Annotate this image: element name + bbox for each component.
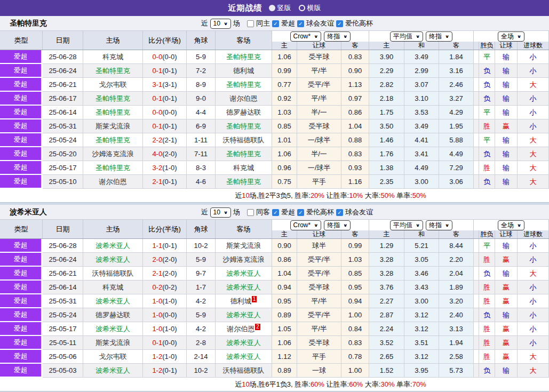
home-team-link[interactable]: 波希米亚人 <box>96 297 130 306</box>
league-label: 爱超 <box>14 338 28 347</box>
same-venue-checkbox[interactable] <box>247 209 254 216</box>
away-team-link[interactable]: 圣帕特里克 <box>226 149 261 159</box>
sub-handicap: 让球 <box>495 42 518 50</box>
halftime-score: (2-0) <box>162 255 177 263</box>
same-venue-checkbox[interactable] <box>247 20 254 27</box>
away-team-link[interactable]: 波希米亚人 <box>226 269 261 278</box>
league-checkbox[interactable]: ✓ <box>272 209 279 216</box>
home-team-cell: 波希米亚人 <box>83 239 143 253</box>
corner-score: 10-2 <box>194 366 208 374</box>
spacer-cell <box>474 239 479 253</box>
home-team-link[interactable]: 圣帕特里克 <box>96 108 130 117</box>
handicap-line: 一/球半 <box>308 163 331 173</box>
home-team-link: 科克城 <box>102 283 123 292</box>
league-checkbox[interactable]: ✓ <box>336 20 343 27</box>
home-team-link[interactable]: 圣帕特里克 <box>96 94 130 103</box>
odds-home-cell: 1.12 <box>272 350 297 364</box>
away-team-cell: 德利城1 <box>216 294 272 308</box>
match-count-select[interactable]: 10∨ <box>210 207 231 218</box>
away-team-link[interactable]: 圣帕特里克 <box>226 177 261 187</box>
fulltime-select[interactable]: 全场∨ <box>498 31 524 42</box>
away-team-link: 德罗赫达联 <box>226 108 261 117</box>
away-team-link[interactable]: 波希米亚人 <box>226 283 261 292</box>
match-date-cell: 25-05-20 <box>43 147 83 161</box>
radio-selected-icon[interactable] <box>269 5 275 11</box>
avg-away: 3.13 <box>449 325 463 333</box>
spacer-cell <box>474 147 479 161</box>
away-team-link: 德利城 <box>230 297 251 306</box>
goals-result-cell: 大 <box>518 350 549 364</box>
score-cell: 0-1(0-0) <box>143 336 187 350</box>
handicap-result-text: 输 <box>503 52 510 62</box>
average-select-group: 平均值∨ 终指∨ <box>369 31 474 42</box>
bookmaker-select[interactable]: Crow*∨ <box>290 31 322 42</box>
average-select[interactable]: 平均值∨ <box>390 31 423 42</box>
radio-vertical[interactable]: 竖版 <box>269 3 291 13</box>
league-checkbox[interactable]: ✓ <box>297 209 304 216</box>
goals-result-text: 大 <box>530 366 537 375</box>
corner-cell: 1-11 <box>187 133 216 147</box>
final-odds-select[interactable]: 终指∨ <box>426 220 452 230</box>
final-odds-select[interactable]: 终指∨ <box>426 31 452 42</box>
league-checkbox[interactable]: ✓ <box>336 209 343 216</box>
radio-horizontal[interactable]: 横版 <box>299 3 321 13</box>
home-team-cell: 戈尔韦联 <box>83 350 143 364</box>
table-row: 爱超 25-06-21 沃特福德联队 2-1(2-0) 9-7 波希米亚人 1.… <box>0 267 549 281</box>
fulltime-select[interactable]: 全场∨ <box>498 220 524 230</box>
col-date: 日期 <box>43 220 83 238</box>
final-odds-select[interactable]: 终指∨ <box>324 31 351 42</box>
avg-home: 1.38 <box>380 164 393 172</box>
goals-result-text: 大 <box>530 135 537 145</box>
table-row: 爱超 25-05-24 德罗赫达联 1-0(0-0) 5-9 波希米亚人 0.8… <box>0 308 549 322</box>
score-cell: 0-1(0-1) <box>143 92 187 106</box>
home-team-link[interactable]: 波希米亚人 <box>96 241 130 251</box>
handicap-cell: 一球 <box>297 364 341 378</box>
avg-home-cell: 3.90 <box>369 50 404 64</box>
games-label: 场 <box>233 207 240 217</box>
col-home: 主场 <box>83 31 143 50</box>
league-checkbox[interactable]: ✓ <box>297 20 304 27</box>
radio-unselected-icon[interactable] <box>299 5 305 11</box>
fulltime-score: 0-1 <box>152 94 162 102</box>
match-date: 25-05-20 <box>49 150 76 158</box>
handicap-result-cell: 输 <box>495 106 518 119</box>
odds-home-cell: 1.06 <box>272 336 297 350</box>
goals-result-text: 小 <box>530 338 537 348</box>
away-team-link[interactable]: 波希米亚人 <box>226 310 261 320</box>
home-team-link: 谢尔伯恩 <box>99 177 127 187</box>
league-type-cell: 爱超 <box>0 119 43 133</box>
odds-home-cell: 0.90 <box>272 239 297 253</box>
avg-home-cell: 1.38 <box>369 161 404 175</box>
sub-away: 客 <box>341 42 369 50</box>
bookmaker-select[interactable]: Crow*∨ <box>290 220 322 230</box>
avg-away-cell: 3.20 <box>439 294 474 308</box>
home-team-link[interactable]: 波希米亚人 <box>96 324 130 334</box>
match-count-select[interactable]: 10∨ <box>210 19 231 29</box>
result-cell: 胜 <box>479 322 495 336</box>
home-team-link[interactable]: 圣帕特里克 <box>96 135 130 145</box>
away-team-link[interactable]: 波希米亚人 <box>226 338 261 348</box>
away-team-link[interactable]: 圣帕特里克 <box>226 52 261 62</box>
halftime-score: (0-1) <box>162 242 177 250</box>
handicap-cell: 半/一 <box>297 106 341 119</box>
away-team-link[interactable]: 圣帕特里克 <box>226 122 261 131</box>
home-team-link[interactable]: 圣帕特里克 <box>96 66 130 76</box>
goals-result-cell: 大 <box>518 147 549 161</box>
odds-away: 0.86 <box>348 108 362 116</box>
avg-draw-cell: 3.00 <box>404 294 439 308</box>
home-team-link[interactable]: 波希米亚人 <box>96 255 130 265</box>
goals-result-cell: 小 <box>518 336 549 350</box>
goals-result-cell: 大 <box>518 78 549 92</box>
home-team-link[interactable]: 圣帕特里克 <box>96 163 130 173</box>
final-odds-select[interactable]: 终指∨ <box>324 220 351 230</box>
away-team-link[interactable]: 圣帕特里克 <box>226 80 261 90</box>
average-select[interactable]: 平均值∨ <box>390 220 423 230</box>
fulltime-score: 1-2 <box>152 353 162 361</box>
league-checkbox[interactable]: ✓ <box>272 20 279 27</box>
odds-home-cell: 0.89 <box>272 364 297 378</box>
odds-away-cell: 1.00 <box>341 364 369 378</box>
corner-score: 4-2 <box>196 325 206 333</box>
away-team-link[interactable]: 波希米亚人 <box>226 352 261 362</box>
home-team-link[interactable]: 波希米亚人 <box>96 366 130 375</box>
handicap-line: 半/一 <box>311 108 327 117</box>
